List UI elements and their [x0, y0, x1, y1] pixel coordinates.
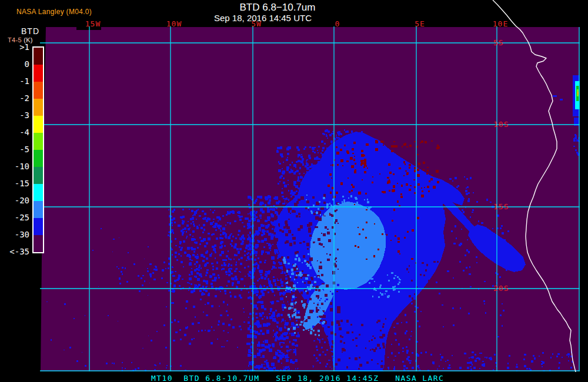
- color-scale-tick-label: -30: [0, 230, 29, 239]
- latitude-label: 20S: [493, 284, 509, 293]
- color-scale-segment: [34, 150, 43, 167]
- color-scale-segment: [34, 48, 43, 65]
- color-scale-segment: [34, 184, 43, 201]
- color-scale-tick-label: <-35: [0, 247, 29, 256]
- color-scale-segment: [34, 167, 43, 184]
- color-scale-segment: [34, 201, 43, 218]
- longitude-label: 5E: [402, 19, 437, 28]
- longitude-label: 5W: [239, 19, 274, 28]
- longitude-label: 10W: [156, 19, 192, 28]
- color-scale-bar: [32, 46, 44, 253]
- color-scale-tick-label: -3: [0, 110, 29, 120]
- legend-title: BTD: [21, 26, 39, 36]
- color-scale-tick-label: -10: [0, 162, 29, 171]
- color-scale-segment: [34, 82, 43, 99]
- longitude-label: 0: [320, 19, 355, 28]
- longitude-label: 15W: [75, 19, 111, 28]
- color-scale-tick-label: -5: [0, 145, 29, 154]
- latitude-label: 10S: [493, 120, 509, 129]
- color-scale-tick-label: -1: [0, 76, 29, 86]
- color-scale-tick-label: -4: [0, 128, 29, 137]
- color-scale-segment: [34, 133, 43, 150]
- satellite-product-view: NASA Langley (M04.0) BTD 6.8−10.7um Sep …: [0, 0, 588, 382]
- latitude-label: 5S: [493, 39, 504, 47]
- color-scale-tick-label: -20: [0, 196, 29, 205]
- latitude-label: 15S: [493, 203, 509, 211]
- color-scale-tick-label: -2: [0, 93, 29, 103]
- color-scale-segment: [34, 218, 43, 235]
- status-bar-text: MT10 BTD 6.8-10.7UM SEP 18, 2016 14:45Z …: [151, 374, 444, 382]
- color-scale-segment: [34, 116, 43, 133]
- color-scale-segment: [34, 65, 43, 82]
- page-title: BTD 6.8−10.7um: [0, 2, 555, 14]
- color-scale-tick-label: 0: [0, 59, 29, 69]
- color-scale-tick-label: -15: [0, 179, 29, 188]
- longitude-label: 10E: [483, 19, 518, 28]
- map-canvas: [0, 0, 588, 382]
- color-scale-segment: [34, 99, 43, 116]
- color-scale-tick-label: >1: [0, 42, 29, 52]
- color-scale-segment: [34, 235, 43, 252]
- status-bar: MT10 BTD 6.8-10.7UM SEP 18, 2016 14:45Z …: [0, 372, 588, 382]
- color-scale-tick-label: -25: [0, 213, 29, 222]
